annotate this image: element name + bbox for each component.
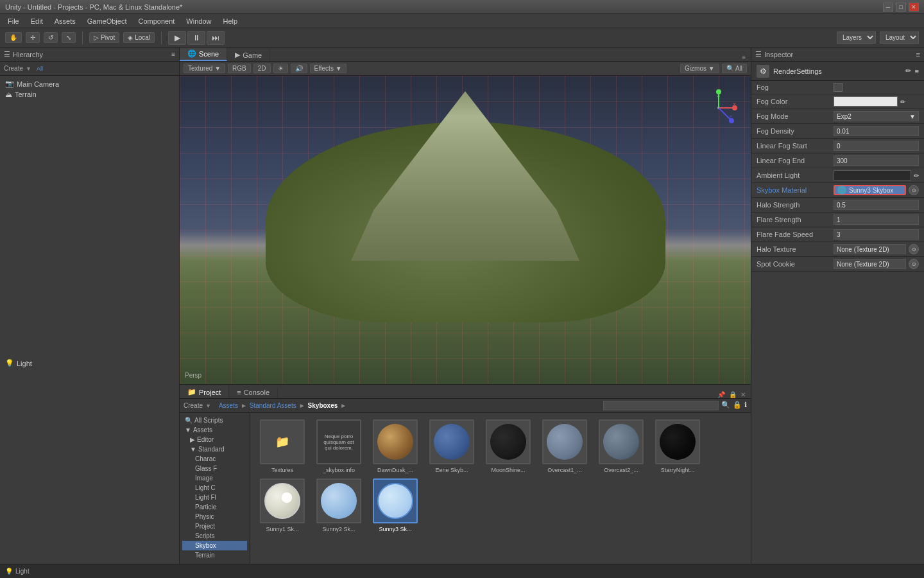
asset-dawndusk[interactable]: DawnDusk_... (370, 419, 421, 473)
fog-mode-box[interactable]: Exp2 ▼ (834, 111, 919, 121)
ambient-edit-icon[interactable]: ✏ (914, 172, 919, 179)
menu-edit[interactable]: Edit (26, 16, 48, 26)
create-button[interactable]: Create (4, 65, 23, 72)
tree-standard[interactable]: ▼ Standard (182, 444, 247, 454)
asset-eerie[interactable]: Eerie Skyb... (426, 419, 477, 473)
menu-gameobject[interactable]: GameObject (82, 16, 132, 26)
fog-density-box[interactable]: 0.01 (834, 126, 919, 136)
linear-fog-end-box[interactable]: 300 (834, 155, 919, 166)
tree-assets[interactable]: ▼ Assets (182, 425, 247, 435)
maximize-button[interactable]: □ (896, 3, 906, 12)
move-tool[interactable]: ✛ (26, 32, 40, 43)
bottom-close-btn[interactable]: ✕ (740, 391, 746, 398)
spot-cookie-box[interactable]: None (Texture 2D) (834, 259, 906, 269)
fog-color-swatch[interactable] (834, 96, 898, 107)
info-icon[interactable]: ℹ (744, 401, 747, 410)
step-button[interactable]: ⏭ (207, 31, 225, 45)
spot-cookie-picker[interactable]: ⊙ (909, 259, 919, 269)
scene-options[interactable]: ≡ (742, 54, 751, 61)
minimize-button[interactable]: ─ (883, 3, 893, 12)
render-mode-select[interactable]: Textured ▼ (184, 64, 225, 73)
project-create-btn[interactable]: Create (184, 402, 203, 409)
tree-physic[interactable]: Physic (182, 512, 247, 521)
hierarchy-item-light[interactable]: 💡 Light (3, 358, 176, 369)
asset-moonshine[interactable]: MoonShine... (483, 419, 534, 473)
fog-color-edit-icon[interactable]: ✏ (900, 98, 905, 105)
all-filter-label: All (735, 65, 742, 72)
asset-sunny2[interactable]: Sunny2 Sk... (313, 478, 364, 532)
tree-particle[interactable]: Particle (182, 502, 247, 512)
tree-charac[interactable]: Charac (182, 454, 247, 464)
skybox-picker-btn[interactable]: ⊙ (909, 185, 919, 195)
view-2d-btn[interactable]: 2D (253, 64, 271, 73)
all-filter[interactable]: All (37, 66, 43, 72)
all-filter-btn[interactable]: 🔍 All (722, 64, 747, 73)
hierarchy-options[interactable]: ≡ (171, 51, 175, 58)
inspector-more-btn[interactable]: ≡ (915, 67, 919, 75)
local-button[interactable]: ◈ Local (123, 32, 155, 43)
scene-view[interactable]: X Y Z Persp (180, 76, 751, 384)
sound-btn[interactable]: 🔊 (291, 64, 307, 73)
layout-select[interactable]: Layout (880, 31, 919, 44)
play-button[interactable]: ▶ (168, 31, 186, 45)
menu-component[interactable]: Component (133, 16, 180, 26)
menu-assets[interactable]: Assets (49, 16, 81, 26)
breadcrumb-skyboxes[interactable]: Skyboxes (308, 402, 338, 409)
tab-project[interactable]: 📁 Project (180, 386, 229, 398)
asset-skybox-info[interactable]: Neque porro quisquam est qui dolorem. _s… (313, 419, 364, 473)
pause-button[interactable]: ⏸ (187, 31, 205, 45)
menu-window[interactable]: Window (181, 16, 216, 26)
gizmos-btn[interactable]: Gizmos ▼ (680, 64, 719, 73)
halo-texture-box[interactable]: None (Texture 2D) (834, 244, 906, 254)
inspector-options[interactable]: ≡ (916, 51, 920, 58)
tree-skybox[interactable]: Skybox (182, 541, 247, 550)
hand-tool[interactable]: ✋ (5, 32, 22, 43)
tree-image[interactable]: Image (182, 473, 247, 483)
skybox-material-box[interactable]: Sunny3 Skybox (834, 185, 906, 195)
linear-fog-start-box[interactable]: 0 (834, 141, 919, 151)
halo-texture-picker[interactable]: ⊙ (909, 244, 919, 254)
search-input[interactable] (603, 401, 719, 410)
tree-lightfl[interactable]: Light Fl (182, 493, 247, 502)
effects-btn[interactable]: Effects ▼ (310, 64, 346, 73)
close-button[interactable]: ✕ (909, 3, 919, 12)
bottom-pin[interactable]: 📌 (717, 391, 725, 398)
lock-icon[interactable]: 🔒 (733, 401, 742, 410)
tree-terrain[interactable]: Terrain (182, 550, 247, 560)
asset-starry[interactable]: StarryNight... (652, 419, 703, 473)
asset-sunny1[interactable]: ⬤ Sunny1 Sk... (257, 478, 308, 532)
breadcrumb-assets[interactable]: Assets (219, 402, 238, 409)
search-icon[interactable]: 🔍 (721, 401, 730, 410)
pivot-button[interactable]: ▷ Pivot (89, 32, 119, 43)
fog-checkbox[interactable] (834, 83, 843, 92)
menu-help[interactable]: Help (218, 16, 243, 26)
tree-lightc[interactable]: Light C (182, 483, 247, 493)
tree-project[interactable]: Project (182, 521, 247, 531)
hierarchy-item-camera[interactable]: 📷 Main Camera (3, 78, 176, 89)
asset-overcast2[interactable]: Overcast2_... (595, 419, 647, 473)
halo-strength-box[interactable]: 0.5 (834, 200, 919, 210)
tree-editor[interactable]: ▶ Editor (182, 435, 247, 444)
asset-overcast1[interactable]: Overcast1_... (539, 419, 590, 473)
tab-scene[interactable]: 🌐 Scene (180, 48, 227, 61)
asset-sunny3[interactable]: Sunny3 Sk... (370, 478, 421, 532)
flare-fade-speed-box[interactable]: 3 (834, 229, 919, 240)
asset-textures[interactable]: 📁 Textures (257, 419, 308, 473)
breadcrumb-standard[interactable]: Standard Assets (250, 402, 296, 409)
scale-tool[interactable]: ⤡ (62, 32, 76, 43)
rgb-select[interactable]: RGB (228, 64, 251, 73)
inspector-edit-btn[interactable]: ✏ (905, 67, 911, 75)
bottom-lock[interactable]: 🔒 (729, 391, 737, 398)
tab-game[interactable]: ▶ Game (227, 49, 270, 61)
hierarchy-item-terrain[interactable]: ⛰ Terrain (3, 89, 176, 100)
tree-glass[interactable]: Glass F (182, 464, 247, 473)
ambient-light-box[interactable] (834, 170, 911, 180)
rotate-tool[interactable]: ↺ (44, 32, 58, 43)
tree-all-scripts[interactable]: 🔍 All Scripts (182, 416, 247, 425)
tree-scripts[interactable]: Scripts (182, 531, 247, 541)
flare-strength-box[interactable]: 1 (834, 215, 919, 225)
layers-select[interactable]: Layers (837, 31, 876, 44)
tab-console[interactable]: ≡ Console (229, 387, 278, 398)
sun-btn[interactable]: ☀ (273, 64, 288, 73)
menu-file[interactable]: File (3, 16, 24, 26)
